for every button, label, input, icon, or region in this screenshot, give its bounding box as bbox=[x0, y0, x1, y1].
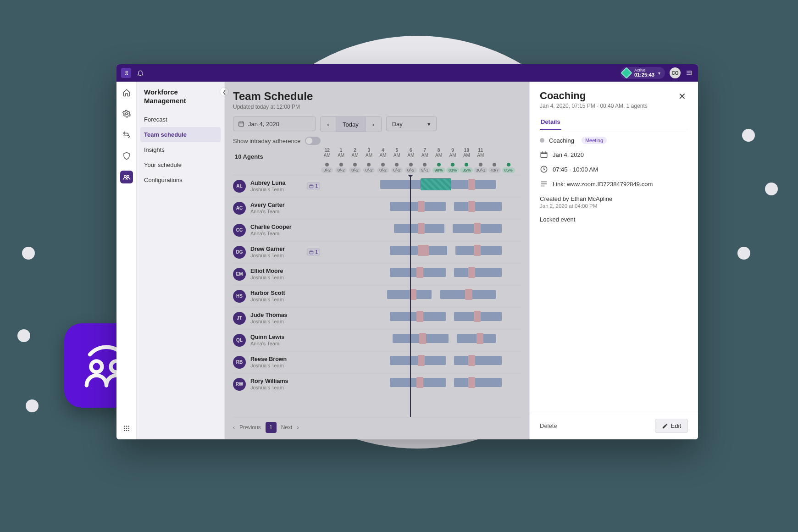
prev-day-button[interactable]: ‹ bbox=[321, 117, 336, 132]
schedule-bar[interactable] bbox=[465, 289, 472, 300]
schedule-bar[interactable] bbox=[468, 355, 475, 366]
schedule-bar[interactable] bbox=[416, 377, 423, 388]
agent-timeline[interactable] bbox=[320, 197, 515, 219]
svg-point-6 bbox=[125, 113, 127, 115]
schedule-bar[interactable] bbox=[421, 178, 451, 190]
agent-row[interactable]: QLQuinn LewisAnna's Team bbox=[233, 329, 521, 351]
sidebar-item-insights[interactable]: Insights bbox=[137, 142, 224, 157]
agent-event-badge[interactable]: 1 bbox=[307, 249, 320, 255]
pager-next-icon[interactable]: › bbox=[297, 424, 299, 431]
agent-row[interactable]: RWRory WilliamsJoshua's Team bbox=[233, 373, 521, 395]
agent-timeline[interactable] bbox=[320, 263, 515, 285]
agent-timeline[interactable] bbox=[320, 351, 515, 373]
tab-details[interactable]: Details bbox=[540, 116, 561, 130]
event-link[interactable]: Link: www.zoom.ID72384792849.com bbox=[553, 181, 653, 188]
agent-row[interactable]: ACAvery CarterAnna's Team bbox=[233, 197, 521, 219]
pager-previous[interactable]: Previous bbox=[239, 424, 261, 431]
schedule-bar[interactable] bbox=[429, 246, 447, 255]
clock-icon bbox=[540, 165, 548, 173]
close-button[interactable]: ✕ bbox=[676, 90, 688, 103]
schedule-bar[interactable] bbox=[474, 311, 481, 322]
pager-current[interactable]: 1 bbox=[266, 422, 277, 433]
status-pill[interactable]: Active 01:25:43 ▾ bbox=[621, 67, 665, 79]
event-time: 07:45 - 10:00 AM bbox=[553, 166, 598, 173]
rail-shield[interactable] bbox=[120, 150, 133, 162]
rail-home[interactable] bbox=[120, 86, 133, 99]
svg-point-13 bbox=[126, 428, 127, 429]
agent-timeline[interactable] bbox=[320, 241, 515, 263]
schedule-bar[interactable] bbox=[418, 245, 429, 256]
sidebar-item-team-schedule[interactable]: Team schedule bbox=[140, 127, 221, 142]
sidebar-item-configurations[interactable]: Configurations bbox=[137, 172, 224, 188]
schedule-bar[interactable] bbox=[477, 333, 483, 344]
decorative-dot bbox=[22, 247, 35, 260]
agent-timeline[interactable] bbox=[320, 329, 515, 351]
rail-workforce[interactable] bbox=[120, 171, 133, 183]
schedule-bar[interactable] bbox=[454, 356, 501, 365]
delete-button[interactable]: Delete bbox=[540, 422, 557, 429]
svg-point-16 bbox=[126, 430, 127, 431]
agent-row[interactable]: CCCharlie CooperAnna's Team bbox=[233, 219, 521, 241]
agent-timeline[interactable] bbox=[320, 373, 515, 395]
created-at-label: Jan 2, 2020 at 04:00 PM bbox=[540, 203, 688, 209]
schedule-bar[interactable] bbox=[468, 377, 475, 388]
adherence-toggle[interactable] bbox=[305, 137, 321, 145]
edit-button[interactable]: Edit bbox=[655, 419, 688, 433]
schedule-bar[interactable] bbox=[468, 179, 475, 190]
next-day-button[interactable]: › bbox=[366, 117, 381, 132]
date-picker[interactable]: Jan 4, 2020 bbox=[233, 116, 316, 131]
schedule-bar[interactable] bbox=[390, 246, 418, 255]
agent-timeline[interactable] bbox=[320, 285, 515, 307]
agent-row[interactable]: JTJude ThomasJoshua's Team bbox=[233, 307, 521, 329]
schedule-bar[interactable] bbox=[474, 223, 481, 234]
current-time-indicator bbox=[410, 175, 411, 417]
schedule-bar[interactable] bbox=[418, 355, 425, 366]
toolbar: Jan 4, 2020 ‹ Today › Day ▾ bbox=[233, 116, 521, 132]
pager: ‹ Previous 1 Next › bbox=[233, 417, 521, 439]
sidebar-item-your-schedule[interactable]: Your schedule bbox=[137, 157, 224, 172]
schedule-bar[interactable] bbox=[418, 223, 425, 234]
schedule-bar[interactable] bbox=[418, 201, 425, 212]
hour-header: 9AM bbox=[446, 147, 460, 163]
app-logo[interactable]: :t bbox=[121, 68, 131, 78]
schedule-bar[interactable] bbox=[419, 333, 426, 344]
svg-point-8 bbox=[127, 175, 129, 177]
pager-next[interactable]: Next bbox=[281, 424, 293, 431]
agent-team: Joshua's Team bbox=[250, 253, 285, 258]
agent-team: Anna's Team bbox=[250, 231, 292, 236]
event-type-label: Coaching bbox=[549, 137, 574, 144]
stat-cell: 83% bbox=[446, 163, 460, 173]
schedule-bar[interactable] bbox=[474, 245, 481, 256]
agent-row[interactable]: EMElliot MooreJoshua's Team bbox=[233, 263, 521, 285]
schedule-bar[interactable] bbox=[416, 267, 423, 278]
pager-prev-icon[interactable]: ‹ bbox=[233, 424, 235, 431]
rail-apps[interactable] bbox=[120, 422, 133, 435]
adherence-toggle-row: Show intraday adherence bbox=[233, 137, 521, 145]
chevron-down-icon: ▾ bbox=[658, 71, 660, 76]
agent-timeline[interactable] bbox=[320, 175, 515, 197]
schedule-bar[interactable] bbox=[416, 311, 423, 322]
agent-row[interactable]: DGDrew GarnerJoshua's Team1 bbox=[233, 241, 521, 263]
schedule-bar[interactable] bbox=[380, 180, 421, 189]
agent-row[interactable]: RBReese BrownJoshua's Team bbox=[233, 351, 521, 373]
agent-timeline[interactable] bbox=[320, 219, 515, 241]
rail-routing[interactable] bbox=[120, 128, 133, 141]
schedule-bar[interactable] bbox=[468, 267, 475, 278]
panel-toggle-icon[interactable] bbox=[685, 69, 693, 77]
rail-settings[interactable] bbox=[120, 107, 133, 120]
today-button[interactable]: Today bbox=[336, 117, 366, 132]
schedule-bar[interactable] bbox=[454, 202, 501, 211]
view-select[interactable]: Day ▾ bbox=[386, 116, 437, 131]
agent-event-badge[interactable]: 1 bbox=[307, 183, 320, 189]
notes-icon bbox=[540, 180, 548, 188]
schedule-bar[interactable] bbox=[454, 378, 501, 387]
sidebar-item-forecast[interactable]: Forecast bbox=[137, 112, 224, 127]
notification-icon[interactable] bbox=[137, 69, 144, 77]
agent-timeline[interactable] bbox=[320, 307, 515, 329]
schedule-bar[interactable] bbox=[468, 201, 475, 212]
agent-row[interactable]: ALAubrey LunaJoshua's Team1 bbox=[233, 175, 521, 197]
schedule-bar[interactable] bbox=[454, 268, 501, 277]
user-avatar[interactable]: CO bbox=[670, 67, 681, 78]
stat-cell: 85% bbox=[460, 163, 473, 173]
agent-row[interactable]: HSHarbor ScottJoshua's Team bbox=[233, 285, 521, 307]
